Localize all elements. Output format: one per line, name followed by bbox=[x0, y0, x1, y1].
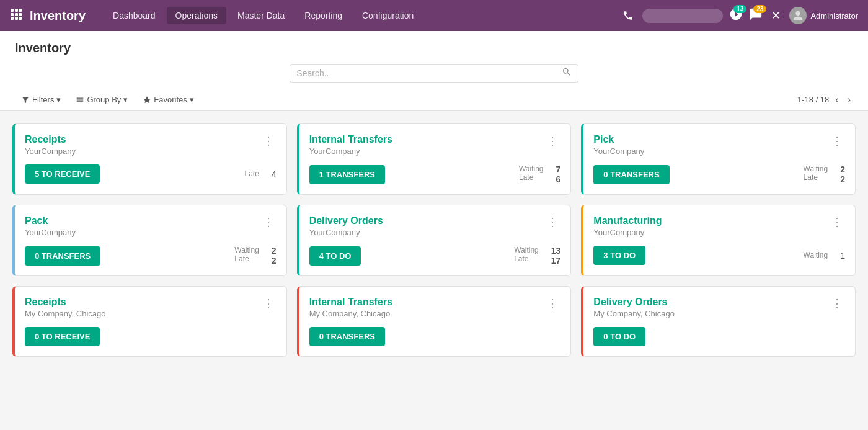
svg-rect-4 bbox=[15, 13, 18, 16]
card-menu-button[interactable]: ⋮ bbox=[260, 215, 277, 229]
pagination: 1-18 / 18 ‹ › bbox=[797, 93, 853, 107]
favorites-button[interactable]: Favorites ▾ bbox=[136, 92, 200, 107]
card-menu-button[interactable]: ⋮ bbox=[544, 134, 560, 148]
stat-label: Waiting bbox=[804, 251, 828, 261]
groupby-button[interactable]: Group By ▾ bbox=[69, 92, 134, 107]
card-menu-button[interactable]: ⋮ bbox=[260, 297, 277, 310]
pagination-prev[interactable]: ‹ bbox=[833, 93, 841, 107]
app-brand: Inventory bbox=[30, 9, 86, 23]
card-menu-button[interactable]: ⋮ bbox=[829, 215, 845, 229]
card-action-button[interactable]: 0 TO DO bbox=[593, 327, 645, 346]
pagination-next[interactable]: › bbox=[845, 93, 853, 107]
card-title[interactable]: Receipts bbox=[25, 297, 106, 308]
card-body: 4 TO DO Waiting Late 13 17 bbox=[309, 246, 561, 266]
stat-labels: Waiting Late bbox=[514, 246, 539, 266]
card-header: Pick YourCompany ⋮ bbox=[593, 134, 845, 156]
svg-rect-6 bbox=[11, 17, 14, 20]
card-title[interactable]: Manufacturing bbox=[593, 215, 662, 226]
card-company: My Company, Chicago bbox=[309, 309, 392, 318]
card-company: YourCompany bbox=[309, 228, 383, 237]
stat-value: 1 bbox=[840, 251, 845, 261]
card-body: 5 TO RECEIVE Late 4 bbox=[25, 164, 277, 184]
nav-masterdata[interactable]: Master Data bbox=[229, 7, 293, 24]
close-icon[interactable]: ✕ bbox=[769, 6, 783, 25]
avatar bbox=[789, 7, 807, 24]
card-company: My Company, Chicago bbox=[25, 309, 106, 318]
phone-icon[interactable] bbox=[620, 7, 636, 24]
card-action-button[interactable]: 5 TO RECEIVE bbox=[25, 164, 100, 184]
card-action-button[interactable]: 0 TRANSFERS bbox=[309, 327, 385, 346]
card-stats: Waiting 1 bbox=[804, 251, 845, 261]
card-title[interactable]: Internal Transfers bbox=[309, 134, 392, 145]
card-company: YourCompany bbox=[593, 228, 662, 237]
card-delivery-orders-chicago: Delivery Orders My Company, Chicago ⋮ 0 … bbox=[581, 286, 856, 357]
card-header: Internal Transfers YourCompany ⋮ bbox=[309, 134, 561, 156]
card-action-button[interactable]: 0 TO RECEIVE bbox=[25, 327, 100, 346]
nav-reporting[interactable]: Reporting bbox=[296, 7, 351, 24]
card-menu-button[interactable]: ⋮ bbox=[829, 297, 845, 310]
card-action-button[interactable]: 0 TRANSFERS bbox=[593, 165, 669, 184]
top-navigation: Inventory Dashboard Operations Master Da… bbox=[0, 0, 868, 31]
svg-rect-1 bbox=[15, 9, 18, 12]
card-manufacturing-yourcompany: Manufacturing YourCompany ⋮ 3 TO DO Wait… bbox=[581, 205, 856, 276]
search-input[interactable] bbox=[296, 68, 561, 78]
topnav-right: 13 23 ✕ Administrator bbox=[620, 6, 858, 25]
grid-icon[interactable] bbox=[10, 8, 22, 23]
card-receipts-yourcompany: Receipts YourCompany ⋮ 5 TO RECEIVE Late… bbox=[12, 123, 287, 195]
filter-buttons: Filters ▾ Group By ▾ Favorites ▾ bbox=[15, 92, 200, 107]
messages-badge-btn[interactable]: 13 bbox=[729, 7, 743, 24]
card-body: 0 TRANSFERS Waiting Late 2 2 bbox=[25, 246, 277, 266]
card-stats: Waiting Late 13 17 bbox=[514, 246, 560, 266]
card-company: My Company, Chicago bbox=[593, 309, 675, 318]
card-body: 3 TO DO Waiting 1 bbox=[593, 246, 845, 265]
card-internal-transfers-chicago: Internal Transfers My Company, Chicago ⋮… bbox=[297, 286, 572, 357]
card-menu-button[interactable]: ⋮ bbox=[260, 134, 277, 148]
cards-grid: Receipts YourCompany ⋮ 5 TO RECEIVE Late… bbox=[12, 123, 856, 357]
card-stats: Waiting Late 7 6 bbox=[519, 164, 560, 184]
card-header: Receipts YourCompany ⋮ bbox=[25, 134, 277, 156]
card-body: 0 TRANSFERS Waiting Late 2 2 bbox=[593, 164, 845, 184]
card-body: 1 TRANSFERS Waiting Late 7 6 bbox=[309, 164, 561, 184]
admin-label: Administrator bbox=[810, 11, 858, 20]
card-title[interactable]: Receipts bbox=[25, 134, 76, 145]
main-content: Receipts YourCompany ⋮ 5 TO RECEIVE Late… bbox=[0, 111, 868, 369]
card-menu-button[interactable]: ⋮ bbox=[544, 297, 560, 310]
nav-operations[interactable]: Operations bbox=[167, 7, 226, 24]
card-menu-button[interactable]: ⋮ bbox=[829, 134, 845, 148]
card-company: YourCompany bbox=[25, 228, 76, 237]
card-stats: Waiting Late 2 2 bbox=[234, 246, 276, 266]
stat-values: 2 2 bbox=[272, 246, 277, 266]
card-title[interactable]: Delivery Orders bbox=[593, 297, 675, 308]
admin-menu[interactable]: Administrator bbox=[789, 7, 858, 24]
chat-badge-btn[interactable]: 23 bbox=[749, 7, 763, 24]
card-menu-button[interactable]: ⋮ bbox=[544, 215, 560, 229]
card-pack-yourcompany: Pack YourCompany ⋮ 0 TRANSFERS Waiting L… bbox=[12, 205, 287, 276]
card-company: YourCompany bbox=[309, 146, 392, 156]
card-internal-transfers-yourcompany: Internal Transfers YourCompany ⋮ 1 TRANS… bbox=[297, 123, 572, 195]
card-body: 0 TO DO bbox=[593, 327, 845, 346]
filters-button[interactable]: Filters ▾ bbox=[15, 92, 67, 107]
card-title[interactable]: Internal Transfers bbox=[309, 297, 392, 308]
topnav-search-input[interactable] bbox=[642, 9, 723, 23]
nav-configuration[interactable]: Configuration bbox=[353, 7, 422, 24]
card-title[interactable]: Pack bbox=[25, 215, 76, 226]
card-action-button[interactable]: 0 TRANSFERS bbox=[25, 246, 100, 266]
stat-values: 7 6 bbox=[556, 164, 561, 184]
card-body: 0 TO RECEIVE bbox=[25, 327, 277, 346]
svg-rect-2 bbox=[19, 9, 22, 12]
stat-labels: Waiting Late bbox=[519, 164, 544, 184]
nav-dashboard[interactable]: Dashboard bbox=[104, 7, 164, 24]
card-title[interactable]: Pick bbox=[593, 134, 644, 145]
card-action-button[interactable]: 4 TO DO bbox=[309, 246, 361, 266]
svg-rect-7 bbox=[15, 17, 18, 20]
card-title[interactable]: Delivery Orders bbox=[309, 215, 383, 226]
svg-rect-8 bbox=[19, 17, 22, 20]
stat-labels: Waiting Late bbox=[804, 164, 828, 184]
pagination-text: 1-18 / 18 bbox=[797, 95, 829, 104]
stat-values: 2 2 bbox=[840, 164, 845, 184]
search-container bbox=[290, 64, 578, 83]
card-action-button[interactable]: 3 TO DO bbox=[593, 246, 645, 265]
chat-badge: 23 bbox=[753, 5, 766, 13]
card-action-button[interactable]: 1 TRANSFERS bbox=[309, 165, 385, 184]
search-icon[interactable] bbox=[562, 67, 572, 79]
